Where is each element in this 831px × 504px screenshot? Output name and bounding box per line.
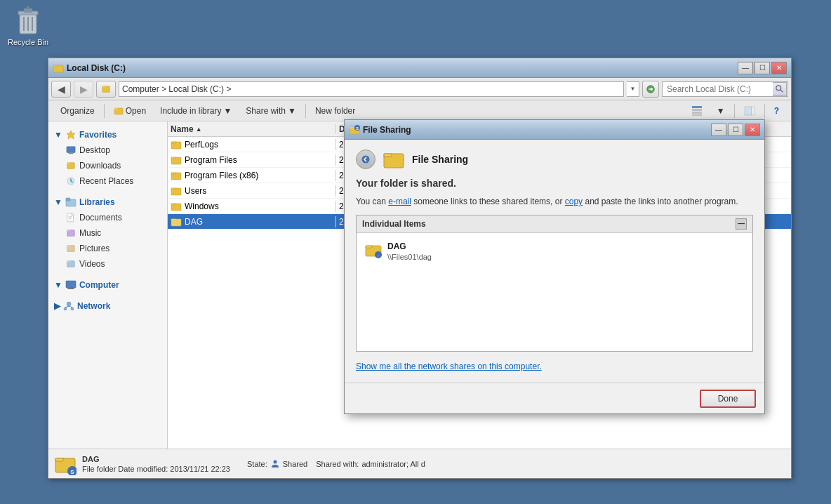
desktop: Recycle Bin Local Disk (C:) — ☐ ✕ ◀ ▶ bbox=[0, 0, 831, 504]
shared-item-name: DAG bbox=[387, 241, 432, 251]
individual-items-box: Individual Items — ↑ bbox=[356, 215, 753, 352]
collapse-button[interactable]: — bbox=[736, 218, 747, 230]
items-content: ↑ DAG \\Files01\dag bbox=[357, 233, 752, 351]
file-sharing-dialog: S File Sharing — ☐ ✕ bbox=[344, 119, 765, 414]
email-link[interactable]: e-mail bbox=[388, 197, 411, 206]
dialog-title-text: File Sharing bbox=[363, 125, 711, 135]
shared-item-folder-icon: ↑ bbox=[365, 241, 382, 258]
individual-items-header: Individual Items — bbox=[357, 215, 752, 233]
svg-point-55 bbox=[362, 156, 370, 164]
network-shares-link[interactable]: Show me all the network shares on this c… bbox=[356, 359, 753, 374]
dialog-footer: Done bbox=[345, 383, 764, 413]
dialog-titlebar: S File Sharing — ☐ ✕ bbox=[345, 120, 764, 140]
dialog-description: You can e-mail someone links to these sh… bbox=[356, 196, 753, 208]
dialog-heading: File Sharing bbox=[412, 154, 468, 165]
dialog-folder-icon bbox=[383, 148, 405, 171]
shared-item-path: \\Files01\dag bbox=[387, 253, 432, 261]
dialog-controls: — ☐ ✕ bbox=[711, 124, 760, 136]
dialog-close-button[interactable]: ✕ bbox=[745, 124, 760, 136]
shared-item-row: ↑ DAG \\Files01\dag bbox=[362, 239, 747, 264]
shared-item-info: DAG \\Files01\dag bbox=[387, 241, 432, 261]
svg-text:↑: ↑ bbox=[378, 253, 380, 258]
dialog-maximize-button[interactable]: ☐ bbox=[728, 124, 743, 136]
dialog-header-row: File Sharing bbox=[356, 148, 753, 171]
success-message: Your folder is shared. bbox=[356, 178, 753, 189]
done-button[interactable]: Done bbox=[700, 390, 756, 408]
copy-link[interactable]: copy bbox=[565, 197, 583, 206]
dialog-back-button[interactable] bbox=[356, 150, 375, 169]
svg-text:S: S bbox=[356, 126, 359, 131]
dialog-minimize-button[interactable]: — bbox=[711, 124, 726, 136]
dialog-overlay: S File Sharing — ☐ ✕ bbox=[0, 0, 831, 504]
dialog-title-icon: S bbox=[349, 124, 360, 135]
dialog-content: File Sharing Your folder is shared. You … bbox=[345, 140, 764, 383]
